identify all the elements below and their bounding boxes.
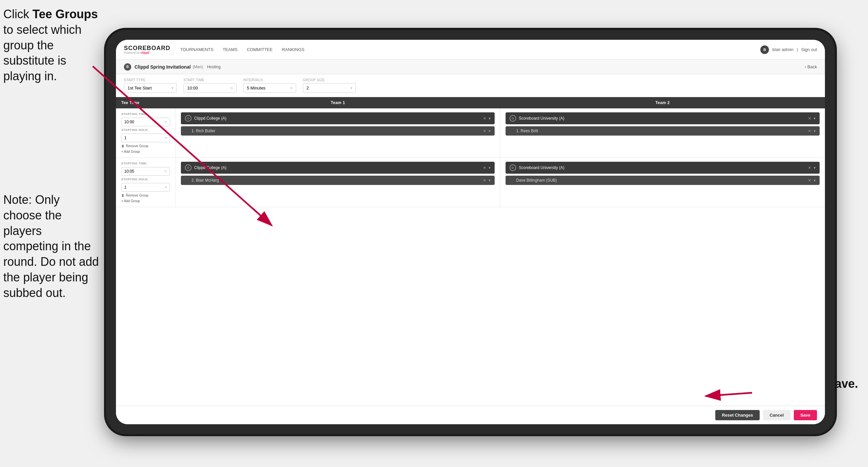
team1-entry-1[interactable]: ⊙ Clippd College (A) ✕ ▾ <box>181 162 495 174</box>
start-type-input[interactable]: 1st Tee Start ▾ <box>124 83 177 93</box>
navbar: SCOREBOARD Powered by clippd TOURNAMENTS… <box>116 40 825 60</box>
player1-expand-icon-1[interactable]: ▾ <box>489 178 491 183</box>
group-size-chevron-icon: ▾ <box>350 86 352 90</box>
starting-hole-input-1[interactable]: 1 ▾ <box>121 183 170 192</box>
player2-x-icon-1[interactable]: ✕ <box>808 178 811 183</box>
tablet-screen: SCOREBOARD Powered by clippd TOURNAMENTS… <box>116 40 825 424</box>
nav-committee[interactable]: COMMITTEE <box>247 46 273 53</box>
logo-scoreboard: SCOREBOARD <box>124 45 170 51</box>
add-group-button-0[interactable]: + Add Group <box>121 150 170 153</box>
footer-bar: Reset Changes Cancel Save <box>116 406 825 424</box>
team2-entry-1[interactable]: ⊙ Scoreboard University (A) ✕ ▾ <box>505 162 819 174</box>
trash-icon: 🗑 <box>121 144 125 148</box>
team2-expand-icon-0[interactable]: ▾ <box>814 116 816 121</box>
remove-group-button-0[interactable]: 🗑 Remove Group <box>121 144 170 148</box>
starting-time-label-1: STARTING TIME: <box>121 162 170 165</box>
tablet-frame: SCOREBOARD Powered by clippd TOURNAMENTS… <box>106 30 835 434</box>
nav-rankings[interactable]: RANKINGS <box>282 46 305 53</box>
team1-name-1: Clippd College (A) <box>194 166 226 170</box>
group-side-time-0: STARTING TIME: 10:00 ⊙ STARTING HOLE: 1 … <box>116 108 176 157</box>
note-prefix: Note: <box>3 193 35 206</box>
group-size-label: Group Size <box>303 78 356 82</box>
team1-x-icon-1[interactable]: ✕ <box>483 166 486 170</box>
team2-name-1: Scoreboard University (A) <box>519 166 564 170</box>
subheader-title: Clippd Spring Invitational <box>134 64 191 69</box>
nav-teams[interactable]: TEAMS <box>223 46 238 53</box>
start-type-chevron-icon: ▾ <box>172 86 173 90</box>
trash-icon: 🗑 <box>121 194 125 197</box>
nav-signout[interactable]: Sign out <box>801 46 817 53</box>
team1-expand-icon-1[interactable]: ▾ <box>489 166 491 170</box>
avatar: B <box>760 46 769 54</box>
intervals-input[interactable]: 5 Minutes ⊙ <box>243 83 296 93</box>
col-tee-time: Tee Time <box>116 97 176 108</box>
player2-expand-icon-0[interactable]: ▾ <box>814 129 816 133</box>
nav-separator: | <box>797 47 798 52</box>
subheader: B Clippd Spring Invitational (Men) Hosti… <box>116 60 825 74</box>
starting-time-input-1[interactable]: 10:05 ⊙ <box>121 167 170 176</box>
col-team1: Team 1 <box>176 97 500 108</box>
team2-expand-icon-1[interactable]: ▾ <box>814 166 816 170</box>
player1-expand-icon-0[interactable]: ▾ <box>489 129 491 133</box>
group-size-input[interactable]: 2 ▾ <box>303 83 356 93</box>
starting-time-label-0: STARTING TIME: <box>121 112 170 116</box>
start-type-label: Start Type <box>124 78 177 82</box>
add-group-button-1[interactable]: + Add Group <box>121 199 170 203</box>
player2-x-icon-0[interactable]: ✕ <box>808 129 811 133</box>
save-button[interactable]: Save <box>794 410 817 420</box>
player2-name-1: Dave Billingham (SUB) <box>516 178 557 183</box>
team2-circle-1: ⊙ <box>509 165 516 171</box>
team1-expand-icon-0[interactable]: ▾ <box>489 116 491 121</box>
player1-x-icon-1[interactable]: ✕ <box>483 178 486 183</box>
nav-tournaments[interactable]: TOURNAMENTS <box>180 46 213 53</box>
start-time-chevron-icon: ⊙ <box>230 86 233 90</box>
table-row: STARTING TIME: 10:00 ⊙ STARTING HOLE: 1 … <box>116 108 825 158</box>
hole-chevron-icon-1: ▾ <box>165 185 167 189</box>
team2-x-icon-1[interactable]: ✕ <box>808 166 811 170</box>
intervals-chevron-icon: ⊙ <box>290 86 292 90</box>
cancel-button[interactable]: Cancel <box>763 410 790 420</box>
team2-x-icon-0[interactable]: ✕ <box>808 116 811 121</box>
team2-cell-1: ⊙ Scoreboard University (A) ✕ ▾ Dave Bil… <box>500 158 825 207</box>
note-text: Note: Only choose the players competing … <box>0 192 103 301</box>
player1-entry-1: 2. Blair McHarg ✕ ▾ <box>181 176 495 185</box>
team1-entry-0[interactable]: ⊙ Clippd College (A) ✕ ▾ <box>181 112 495 124</box>
team1-circle-1: ⊙ <box>185 165 191 171</box>
settings-row: Start Type 1st Tee Start ▾ Start Time 10… <box>116 74 825 97</box>
nav-right: B blair admin | Sign out <box>760 46 817 54</box>
start-time-group: Start Time 10:00 ⊙ <box>184 78 237 93</box>
player2-entry-0: 1. Rees Britt ✕ ▾ <box>505 126 819 136</box>
hole-chevron-icon-0: ▾ <box>165 136 167 140</box>
remove-group-button-1[interactable]: 🗑 Remove Group <box>121 194 170 197</box>
back-button[interactable]: ‹ Back <box>805 64 817 69</box>
player2-expand-icon-1[interactable]: ▾ <box>814 178 816 183</box>
reset-changes-button[interactable]: Reset Changes <box>715 410 760 420</box>
player1-name-1: 2. Blair McHarg <box>191 178 219 183</box>
player1-x-icon-0[interactable]: ✕ <box>483 129 486 133</box>
subheader-hosting: Hosting <box>207 65 221 69</box>
player2-name-0: 1. Rees Britt <box>516 128 538 133</box>
nav-links: TOURNAMENTS TEAMS COMMITTEE RANKINGS <box>180 46 305 53</box>
starting-time-input-0[interactable]: 10:00 ⊙ <box>121 118 170 126</box>
group-size-group: Group Size 2 ▾ <box>303 78 356 93</box>
team2-cell-0: ⊙ Scoreboard University (A) ✕ ▾ 1. Rees … <box>500 108 825 157</box>
nav-user: blair admin <box>772 47 794 52</box>
starting-hole-label-1: STARTING HOLE: <box>121 178 170 181</box>
subheader-icon: B <box>124 63 131 70</box>
team1-x-icon-0[interactable]: ✕ <box>483 116 486 121</box>
start-type-group: Start Type 1st Tee Start ▾ <box>124 78 177 93</box>
time-chevron-icon-0: ⊙ <box>164 120 167 124</box>
time-chevron-icon-1: ⊙ <box>164 170 167 173</box>
player1-entry-0: 1. Rich Butler ✕ ▾ <box>181 126 495 136</box>
starting-hole-input-0[interactable]: 1 ▾ <box>121 134 170 142</box>
note-bold: Only choose the players competing in the… <box>3 193 99 300</box>
intervals-group: Intervals 5 Minutes ⊙ <box>243 78 296 93</box>
col-team2: Team 2 <box>500 97 825 108</box>
start-time-input[interactable]: 10:00 ⊙ <box>184 83 237 93</box>
subheader-badge: (Men) <box>193 65 203 69</box>
group-side-time-1: STARTING TIME: 10:05 ⊙ STARTING HOLE: 1 … <box>116 158 176 207</box>
table-row: STARTING TIME: 10:05 ⊙ STARTING HOLE: 1 … <box>116 158 825 207</box>
starting-hole-label-0: STARTING HOLE: <box>121 128 170 132</box>
instructions-bold: Tee Groups <box>32 7 98 21</box>
team2-entry-0[interactable]: ⊙ Scoreboard University (A) ✕ ▾ <box>505 112 819 124</box>
